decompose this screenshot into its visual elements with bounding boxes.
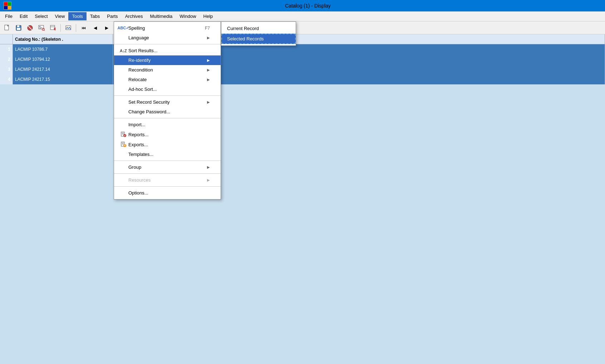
image-button[interactable]	[63, 23, 73, 33]
lacm-cell: 13691	[170, 54, 605, 64]
menu-item-exports[interactable]: Exports...	[114, 139, 221, 149]
row-number: 3	[0, 64, 13, 74]
sortresults-icon: A↓Z	[120, 49, 127, 53]
svg-rect-9	[39, 28, 41, 29]
grid-header-catalog: Catalog No.: (Skeleton .	[13, 34, 113, 44]
menu-parts[interactable]: Parts	[103, 12, 121, 20]
menu-item-recondition[interactable]: Recondition ▶	[114, 65, 221, 75]
toolbar-separator-1	[60, 24, 61, 32]
menu-tabs[interactable]: Tabs	[87, 12, 103, 20]
svg-rect-7	[39, 26, 40, 27]
dropdown-separator	[114, 118, 221, 118]
svg-rect-15	[66, 26, 71, 30]
spelling-icon: ABC✓	[120, 26, 127, 30]
first-record-button[interactable]: ⏮	[79, 23, 89, 33]
menu-view[interactable]: View	[51, 12, 69, 20]
menu-item-setrecordsecurity[interactable]: Set Record Security ▶	[114, 97, 221, 107]
title-text: Catalog (1) - Display	[285, 3, 331, 9]
grid-header-rownum	[0, 34, 13, 44]
menu-item-templates[interactable]: Templates...	[114, 149, 221, 159]
svg-rect-18	[122, 133, 124, 133]
menu-item-reports[interactable]: Reports...	[114, 129, 221, 139]
dropdown-separator	[114, 44, 221, 44]
menu-item-adhocsort[interactable]: Ad-hoc Sort...	[114, 84, 221, 94]
menu-item-resources[interactable]: Resources ▶	[114, 175, 221, 185]
svg-rect-23	[122, 143, 124, 143]
menu-item-reidentify[interactable]: Re-identify ▶	[114, 55, 221, 65]
catalog-cell: LACMIP 24217.14	[13, 64, 113, 74]
row-number: 1	[0, 44, 13, 54]
dropdown-separator	[114, 173, 221, 174]
menu-item-currentrecord[interactable]: Current Record	[221, 23, 296, 34]
menu-item-sortresults[interactable]: A↓Z Sort Results...	[114, 46, 221, 55]
table-row[interactable]: 2 LACMIP 10794.12 figured 13691	[0, 54, 605, 64]
menu-item-spelling[interactable]: ABC✓ Spelling F7	[114, 23, 221, 33]
menu-item-options[interactable]: Options...	[114, 188, 221, 198]
catalog-cell: LACMIP 10786.7	[13, 44, 113, 54]
menu-item-group[interactable]: Group ▶	[114, 162, 221, 172]
next-record-button[interactable]: ▶	[102, 23, 112, 33]
table-row[interactable]: 3 LACMIP 24217.14 figured 13690	[0, 64, 605, 74]
toolbar-separator-2	[76, 24, 76, 32]
tools-dropdown-menu: ABC✓ Spelling F7 Language ▶ A↓Z Sort Res…	[114, 21, 221, 200]
toolbar: ⏮ ◀ ▶ ⏭	[0, 21, 605, 34]
edit-button[interactable]	[48, 23, 58, 33]
catalog-cell: LACMIP 24217.15	[13, 74, 113, 84]
title-bar: Catalog (1) - Display	[0, 0, 605, 11]
reports-icon	[120, 132, 127, 137]
catalog-cell: LACMIP 10794.12	[13, 54, 113, 64]
exports-icon	[120, 142, 127, 147]
stop-button[interactable]	[25, 23, 35, 33]
row-number: 2	[0, 54, 13, 64]
row-number: 4	[0, 74, 13, 84]
lacm-cell: 13690	[170, 64, 605, 74]
dropdown-separator	[114, 161, 221, 161]
menu-file[interactable]: File	[1, 12, 16, 20]
table-row[interactable]: 1 LACMIP 10786.7	[0, 44, 605, 54]
menu-tools[interactable]: Tools	[68, 12, 86, 20]
svg-rect-25	[122, 144, 124, 144]
new-button[interactable]	[2, 23, 12, 33]
grid-area: Catalog No.: (Skeleton . Type Status: (.…	[0, 34, 605, 84]
menu-item-changepassword[interactable]: Change Password...	[114, 107, 221, 117]
svg-rect-2	[17, 25, 19, 27]
menu-help[interactable]: Help	[200, 12, 217, 20]
dropdown-separator	[114, 186, 221, 187]
save-button[interactable]	[14, 23, 24, 33]
menu-window[interactable]: Window	[176, 12, 200, 20]
svg-rect-20	[122, 134, 124, 134]
svg-rect-3	[17, 28, 20, 30]
menu-bar: File Edit Select View Tools Tabs Parts A…	[0, 11, 605, 21]
dropdown-separator	[114, 95, 221, 96]
app-icon	[4, 2, 11, 10]
prev-record-button[interactable]: ◀	[90, 23, 100, 33]
lacm-cell: 13692	[170, 74, 605, 84]
table-row[interactable]: 4 LACMIP 24217.15 figured 13692	[0, 74, 605, 84]
menu-multimedia[interactable]: Multimedia	[146, 12, 176, 20]
menu-archives[interactable]: Archives	[122, 12, 147, 20]
menu-item-language[interactable]: Language ▶	[114, 33, 221, 43]
menu-item-relocate[interactable]: Relocate ▶	[114, 75, 221, 84]
menu-item-import[interactable]: Import...	[114, 120, 221, 129]
svg-line-11	[44, 30, 45, 31]
lacm-cell	[170, 44, 605, 54]
svg-rect-8	[39, 27, 42, 28]
find-button[interactable]	[36, 23, 46, 33]
reidentify-submenu: Current Record Selected Records	[221, 21, 296, 46]
menu-item-selectedrecords[interactable]: Selected Records	[221, 34, 296, 44]
menu-edit[interactable]: Edit	[16, 12, 31, 20]
svg-rect-24	[122, 143, 124, 144]
grid-header: Catalog No.: (Skeleton . Type Status: (.…	[0, 34, 605, 44]
menu-select[interactable]: Select	[31, 12, 51, 20]
svg-rect-19	[122, 133, 124, 134]
